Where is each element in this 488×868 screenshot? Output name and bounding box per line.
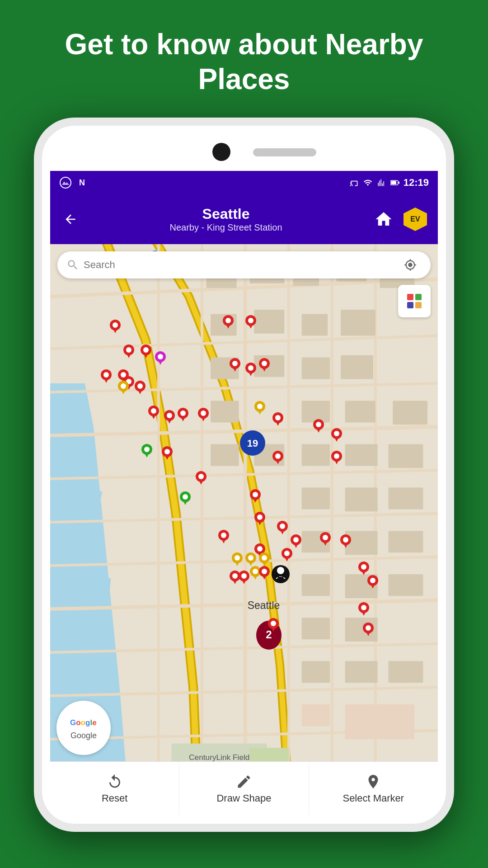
reset-label: Reset (102, 793, 127, 804)
svg-rect-44 (389, 444, 423, 468)
svg-rect-36 (211, 401, 239, 422)
app-bar-subtitle: Nearby - King Street Station (82, 222, 370, 233)
bottom-toolbar: Reset Draw Shape Select Marker (50, 761, 438, 816)
reset-icon (107, 774, 123, 790)
reset-button[interactable]: Reset (50, 762, 179, 816)
svg-rect-69 (407, 294, 413, 300)
search-input[interactable] (84, 259, 399, 271)
cast-icon (349, 178, 359, 188)
speaker (253, 148, 316, 156)
select-marker-label: Select Marker (343, 793, 404, 804)
svg-rect-35 (341, 355, 373, 379)
svg-text:Seattle: Seattle (248, 599, 280, 611)
svg-rect-60 (345, 704, 415, 739)
headline-line1: Get to know about Nearby (65, 28, 423, 61)
map-area[interactable]: CenturyLink Field Cinerama ℹ Seattle (50, 244, 438, 761)
svg-rect-29 (254, 310, 284, 334)
draw-shape-icon (236, 774, 252, 790)
svg-rect-40 (211, 444, 239, 466)
select-marker-button[interactable]: Select Marker (309, 762, 438, 816)
svg-rect-42 (302, 444, 330, 466)
svg-rect-49 (345, 531, 378, 555)
ev-shield-icon: EV (404, 208, 427, 231)
city-title: Seattle (82, 206, 370, 222)
svg-rect-38 (345, 401, 375, 422)
svg-rect-71 (407, 302, 413, 308)
svg-rect-30 (302, 314, 328, 336)
phone-inner: N (42, 126, 446, 824)
svg-rect-39 (393, 401, 427, 425)
status-right: 12:19 (349, 177, 429, 189)
svg-rect-72 (415, 302, 422, 308)
svg-rect-50 (389, 531, 423, 552)
svg-text:N: N (79, 178, 85, 187)
camera (212, 143, 230, 161)
svg-rect-47 (389, 487, 423, 509)
status-left: N (59, 176, 89, 189)
svg-rect-31 (341, 310, 375, 336)
search-icon (66, 259, 79, 271)
svg-text:CenturyLink Field: CenturyLink Field (189, 753, 249, 761)
draw-shape-label: Draw Shape (216, 793, 271, 804)
svg-rect-59 (302, 704, 330, 726)
svg-rect-54 (302, 618, 330, 639)
svg-rect-45 (302, 487, 330, 509)
select-marker-icon (365, 774, 381, 790)
svg-rect-43 (345, 444, 378, 466)
svg-rect-4 (398, 182, 399, 184)
draw-shape-button[interactable]: Draw Shape (179, 762, 309, 816)
map-svg: CenturyLink Field Cinerama ℹ Seattle (50, 244, 438, 761)
svg-rect-33 (254, 355, 284, 377)
search-bar[interactable] (57, 251, 431, 278)
svg-rect-41 (254, 444, 284, 466)
phone-frame: N (34, 118, 454, 832)
headline: Get to know about Nearby Places (0, 27, 488, 97)
grid-icon (405, 292, 423, 310)
svg-rect-3 (391, 181, 396, 184)
svg-rect-46 (345, 487, 378, 511)
time-display: 12:19 (404, 177, 429, 189)
svg-rect-32 (211, 357, 239, 379)
google-logo-svg: Google (70, 716, 97, 729)
svg-rect-52 (345, 574, 378, 598)
home-button[interactable] (370, 206, 397, 233)
svg-rect-70 (415, 294, 422, 300)
svg-rect-34 (302, 357, 330, 379)
grid-button[interactable] (398, 285, 431, 317)
google-text: Google (70, 731, 97, 741)
location-button[interactable] (399, 254, 422, 276)
svg-rect-53 (389, 574, 423, 596)
google-logo: Google Google (56, 701, 111, 755)
headline-line2: Places (198, 63, 290, 95)
svg-rect-57 (345, 661, 378, 683)
svg-text:Google: Google (70, 718, 97, 727)
app-bar-actions: EV (370, 206, 429, 233)
status-bar: N (50, 171, 438, 194)
ev-button[interactable]: EV (402, 206, 429, 233)
battery-icon (390, 178, 400, 188)
camera-app-icon (59, 176, 72, 189)
svg-rect-51 (302, 574, 330, 596)
wifi-icon (363, 178, 373, 188)
screen: N (50, 171, 438, 816)
n-icon: N (76, 176, 89, 189)
svg-rect-48 (302, 531, 330, 552)
svg-rect-64 (249, 748, 288, 761)
back-button[interactable] (59, 208, 82, 231)
svg-rect-55 (345, 618, 378, 642)
svg-rect-56 (302, 661, 330, 683)
svg-rect-58 (389, 661, 423, 683)
signal-icon (376, 178, 386, 188)
svg-rect-37 (302, 401, 330, 422)
svg-point-0 (60, 177, 71, 188)
app-bar: Seattle Nearby - King Street Station EV (50, 194, 438, 244)
app-bar-title: Seattle Nearby - King Street Station (82, 206, 370, 233)
svg-rect-28 (211, 314, 237, 336)
